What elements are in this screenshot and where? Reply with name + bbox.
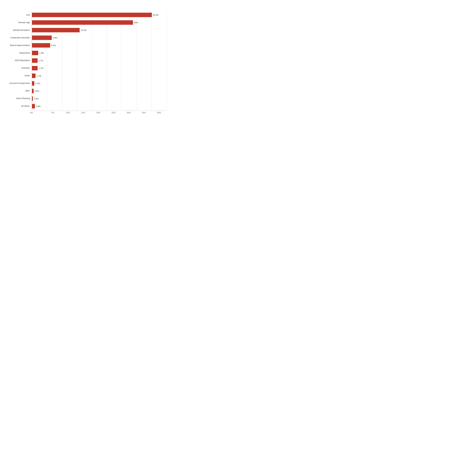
bar bbox=[32, 35, 52, 40]
bar bbox=[32, 13, 152, 17]
bar bbox=[32, 81, 34, 86]
category-label: Brand Impersonation bbox=[9, 41, 30, 49]
bar-value-label: 35.6% bbox=[153, 14, 159, 16]
category-label: Domain Age bbox=[9, 19, 30, 26]
bar-row: 5.4% bbox=[32, 41, 167, 49]
bar-row: 0.7% bbox=[32, 80, 167, 87]
bars-list: 35.6%30%14.2%5.9%5.4%1.9%1.7%1.7%1.1%0.7… bbox=[32, 11, 167, 110]
bar-row: 35.6% bbox=[32, 11, 167, 19]
bar-value-label: 30% bbox=[134, 21, 138, 24]
bar-row: 1.1% bbox=[32, 72, 167, 80]
x-tick: 15% bbox=[75, 112, 91, 114]
bar-row: 30% bbox=[32, 19, 167, 26]
bar bbox=[32, 89, 34, 93]
category-label: Voice Phishing bbox=[9, 95, 30, 102]
bar-value-label: 1.9% bbox=[39, 52, 44, 54]
chart-container: LinkDomain AgeIdentity DeceptionCredenti… bbox=[8, 11, 167, 115]
x-axis-ticks: 0%5%10%15%20%25%30%35%40% bbox=[30, 111, 167, 114]
x-tick: 40% bbox=[151, 112, 167, 114]
bar bbox=[32, 51, 38, 55]
bar bbox=[32, 58, 38, 63]
bar-value-label: 0.5% bbox=[34, 90, 39, 92]
category-label: Account Compromise bbox=[9, 79, 30, 87]
bar-row: 1.7% bbox=[32, 57, 167, 64]
category-label: Extortion bbox=[9, 64, 30, 72]
bar bbox=[32, 96, 33, 101]
category-label: ASN Reputation bbox=[9, 57, 30, 64]
category-label: Scam bbox=[9, 72, 30, 79]
category-label: Attachment bbox=[9, 49, 30, 57]
bar-value-label: 1.1% bbox=[36, 75, 41, 77]
bar-row: 0.3% bbox=[32, 95, 167, 102]
bars-and-grid: 35.6%30%14.2%5.9%5.4%1.9%1.7%1.7%1.1%0.7… bbox=[32, 11, 167, 110]
bar bbox=[32, 20, 133, 25]
x-tick: 25% bbox=[106, 112, 121, 114]
bar-value-label: 0.7% bbox=[35, 82, 40, 85]
x-tick: 0% bbox=[30, 112, 45, 114]
bar bbox=[32, 104, 35, 109]
bar-row: 14.2% bbox=[32, 26, 167, 34]
bar bbox=[32, 28, 80, 32]
category-label: Credential Harvester bbox=[9, 34, 30, 41]
bar-value-label: 5.9% bbox=[53, 37, 58, 39]
bar-row: 5.9% bbox=[32, 34, 167, 41]
bar-value-label: 1.7% bbox=[39, 59, 43, 62]
chart-inner: LinkDomain AgeIdentity DeceptionCredenti… bbox=[9, 11, 167, 115]
bar-value-label: 5.4% bbox=[51, 44, 56, 47]
bar-row: 1.7% bbox=[32, 64, 167, 72]
x-tick: 20% bbox=[91, 112, 106, 114]
bar-value-label: 0.9% bbox=[36, 105, 41, 107]
bars-area: LinkDomain AgeIdentity DeceptionCredenti… bbox=[9, 11, 167, 110]
x-tick: 35% bbox=[136, 112, 151, 114]
category-label: All others bbox=[9, 102, 30, 110]
bar-row: 0.5% bbox=[32, 87, 167, 95]
x-tick: 10% bbox=[60, 112, 75, 114]
category-labels: LinkDomain AgeIdentity DeceptionCredenti… bbox=[9, 11, 30, 110]
bar-value-label: 1.7% bbox=[39, 67, 43, 69]
bar-value-label: 14.2% bbox=[81, 29, 86, 31]
bar bbox=[32, 43, 50, 48]
bar-row: 0.9% bbox=[32, 102, 167, 110]
category-label: Identity Deception bbox=[9, 26, 30, 34]
x-tick: 5% bbox=[45, 112, 60, 114]
bar bbox=[32, 66, 38, 71]
bar-value-label: 0.3% bbox=[34, 98, 39, 100]
x-tick: 30% bbox=[121, 112, 136, 114]
bar bbox=[32, 73, 35, 78]
category-label: Link bbox=[9, 11, 30, 19]
category-label: BEC bbox=[9, 87, 30, 95]
bar-row: 1.9% bbox=[32, 49, 167, 57]
